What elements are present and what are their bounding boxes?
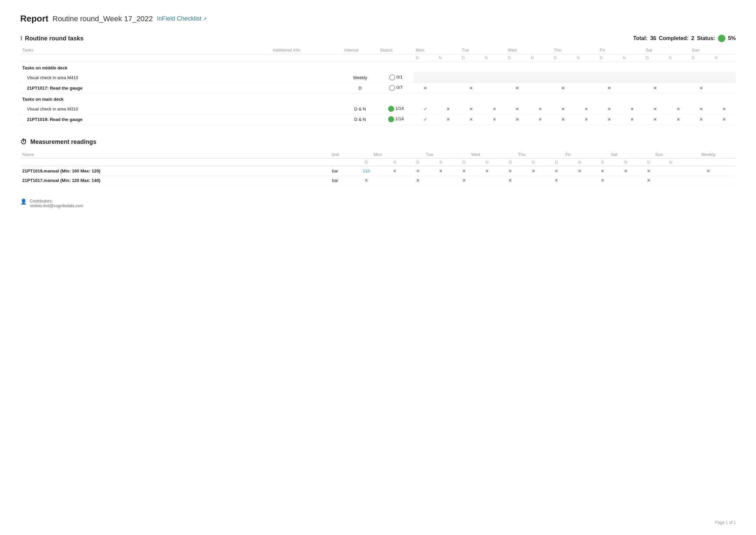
measurement-section-title: ⏱ Measurement readings: [20, 138, 736, 146]
col-header-tue: Tue: [460, 46, 506, 54]
col-header-wed: Wed: [506, 46, 552, 54]
col-header-fri: Fri: [598, 46, 644, 54]
meas-cell: [660, 166, 681, 176]
table-cell: ✕: [598, 104, 621, 114]
meas-cell: [383, 176, 406, 185]
meas-cell: ✕: [499, 176, 522, 185]
col-header-additional-info: Additional info: [271, 46, 342, 54]
tasks-table: Tasks Additional info Interval Status Mo…: [20, 46, 736, 125]
task-interval: D: [342, 83, 378, 93]
table-cell: [529, 72, 552, 83]
table-cell: ✕: [644, 83, 667, 93]
table-cell: ✕: [552, 114, 575, 125]
task-additional-info: [271, 114, 342, 125]
fri-n-header: N: [621, 54, 644, 62]
table-cell: ✕: [644, 104, 667, 114]
table-row: 21PT1019.manual (Min: 100 Max: 120) bar …: [20, 166, 736, 176]
table-cell: ✕: [460, 104, 483, 114]
status-full-icon: [388, 116, 394, 122]
tasks-table-header-row: Tasks Additional info Interval Status Mo…: [20, 46, 736, 54]
meas-unit: bar: [321, 176, 349, 185]
task-additional-info: [271, 72, 342, 83]
meas-cell: ✕: [452, 176, 476, 185]
task-additional-info: [271, 83, 342, 93]
table-cell: [621, 83, 644, 93]
meas-cell: [614, 176, 637, 185]
meas-col-unit: Unit: [321, 151, 349, 159]
status-full-icon: [388, 106, 394, 112]
table-cell: [437, 83, 460, 93]
tasks-section-stats: Total: 36 Completed: 2 Status: 5%: [633, 35, 736, 42]
task-name: Visual check in area M310: [20, 104, 271, 114]
table-cell: ✕: [506, 83, 529, 93]
meas-cell: ✕: [383, 166, 406, 176]
table-cell: ✕: [621, 114, 644, 125]
task-status: 1/14: [378, 114, 414, 125]
table-cell: ✕: [644, 114, 667, 125]
table-cell: [713, 72, 736, 83]
task-name: Visual check in area M410: [20, 72, 271, 83]
tue-n-header: N: [483, 54, 506, 62]
table-cell: [483, 83, 506, 93]
table-cell: ✕: [529, 104, 552, 114]
task-interval: D & N: [342, 104, 378, 114]
infield-checklist-link[interactable]: InField Checklist ↗: [157, 15, 207, 22]
meas-cell: ✕: [476, 166, 499, 176]
status-empty-icon: [389, 85, 395, 91]
tasks-section-header: ⁞ Routine round tasks Total: 36 Complete…: [20, 35, 736, 42]
tasks-section-title: ⁞ Routine round tasks: [20, 35, 84, 42]
meas-col-sun: Sun: [637, 151, 681, 159]
meas-name: 21PT1017.manual (Min: 120 Max: 140): [20, 176, 321, 185]
table-cell: [621, 72, 644, 83]
task-additional-info: [271, 104, 342, 114]
sat-d-header: D: [644, 54, 667, 62]
meas-cell: [476, 176, 499, 185]
task-name: 21PT1019: Read the gauge: [20, 114, 271, 125]
meas-cell: ✕: [568, 166, 591, 176]
task-interval: D & N: [342, 114, 378, 125]
table-cell: ✕: [506, 104, 529, 114]
table-cell: ✕: [483, 114, 506, 125]
wed-n-header: N: [529, 54, 552, 62]
table-cell: ✕: [460, 114, 483, 125]
col-header-thu: Thu: [552, 46, 598, 54]
mon-n-header: N: [437, 54, 460, 62]
task-group-header: Tasks on main deck: [20, 93, 736, 104]
meas-cell: ✕: [406, 166, 430, 176]
task-status: 0/1: [378, 72, 414, 83]
meas-cell: ✕: [591, 166, 614, 176]
meas-cell: ✕: [545, 176, 568, 185]
meas-cell: ✕: [499, 166, 522, 176]
meas-cell: [660, 176, 681, 185]
table-row: Visual check in area M310 D & N 1/14 ✓✕✕…: [20, 104, 736, 114]
meas-cell: [522, 176, 545, 185]
thu-d-header: D: [552, 54, 575, 62]
report-title-sub: Routine round_Week 17_2022: [53, 14, 153, 23]
sat-n-header: N: [667, 54, 690, 62]
table-cell: ✓: [414, 104, 437, 114]
table-cell: ✕: [598, 114, 621, 125]
table-cell: ✕: [713, 104, 736, 114]
table-cell: [575, 83, 598, 93]
tue-d-header: D: [460, 54, 483, 62]
table-cell: [644, 72, 667, 83]
contributors-section: 👤 Contributors: nicklas.lind@cognitedata…: [20, 199, 736, 208]
meas-name: 21PT1019.manual (Min: 100 Max: 120): [20, 166, 321, 176]
mon-d-header: D: [414, 54, 437, 62]
external-link-icon: ↗: [203, 16, 207, 22]
table-row: 21PT1017: Read the gauge D 0/7 ✕✕✕✕✕✕✕: [20, 83, 736, 93]
meas-cell: ✕: [430, 166, 453, 176]
table-cell: ✕: [483, 104, 506, 114]
table-cell: ✕: [575, 114, 598, 125]
gauge-icon: ⏱: [20, 138, 27, 146]
table-cell: [437, 72, 460, 83]
table-cell: [598, 72, 621, 83]
table-cell: [667, 72, 690, 83]
table-cell: ✕: [414, 83, 437, 93]
meas-cell: ✕: [349, 176, 383, 185]
table-row: 21PT1019: Read the gauge D & N 1/14 ✓✕✕✕…: [20, 114, 736, 125]
meas-cell: 110: [349, 166, 383, 176]
meas-cell: ✕: [406, 176, 430, 185]
table-cell: ✕: [690, 104, 713, 114]
table-cell: ✓: [414, 114, 437, 125]
